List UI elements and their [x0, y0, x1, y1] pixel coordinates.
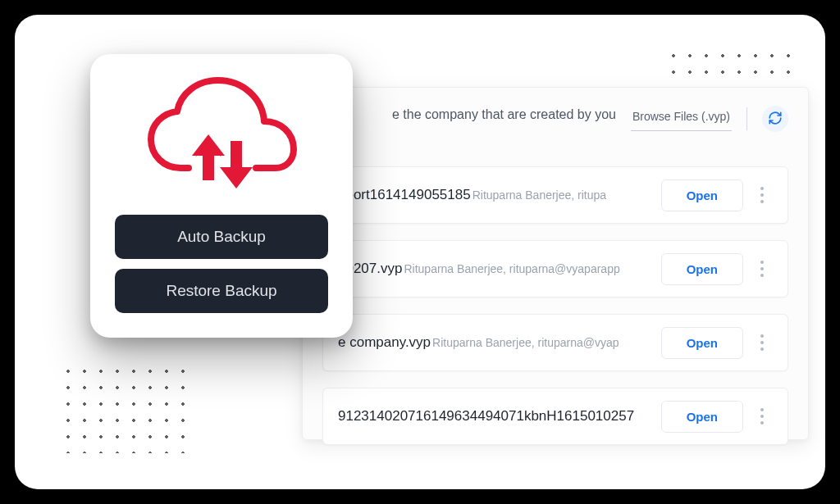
more-options-button[interactable]: [751, 179, 773, 211]
refresh-icon: [768, 111, 783, 128]
file-row: e company.vyp Rituparna Banerjee, ritupa…: [322, 314, 788, 371]
decorative-dots-bottom: [60, 363, 191, 453]
open-button[interactable]: Open: [661, 327, 743, 359]
file-meta: Rituparna Banerjee, ritupa: [472, 188, 606, 202]
file-name-text: 912314020716149634494071kbnH1615010257: [338, 408, 634, 425]
open-button[interactable]: Open: [661, 179, 743, 211]
file-meta: Rituparna Banerjee, rituparna@vyaparapp: [404, 262, 619, 275]
file-row: 912314020716149634494071kbnH1615010257 O…: [322, 388, 788, 445]
refresh-button[interactable]: [762, 106, 788, 132]
more-options-button[interactable]: [751, 252, 773, 285]
open-button[interactable]: Open: [661, 401, 743, 433]
file-name: eport1614149055185 Rituparna Banerjee, r…: [338, 187, 661, 203]
svg-rect-3: [231, 141, 242, 170]
svg-rect-1: [203, 152, 214, 180]
file-header: e the company that are created by you Br…: [322, 104, 788, 134]
file-name: 40207.vyp Rituparna Banerjee, rituparna@…: [338, 261, 661, 277]
more-options-button[interactable]: [751, 326, 773, 359]
cloud-sync-icon: [139, 74, 304, 197]
file-name: 912314020716149634494071kbnH1615010257: [338, 408, 661, 425]
file-name-text: eport1614149055185: [338, 187, 471, 203]
open-button[interactable]: Open: [661, 253, 743, 285]
more-options-button[interactable]: [751, 400, 773, 433]
browse-files-button[interactable]: Browse Files (.vyp): [631, 107, 732, 131]
restore-backup-button[interactable]: Restore Backup: [115, 269, 328, 313]
company-files-panel: e the company that are created by you Br…: [302, 87, 809, 440]
browse-files-label: Browse Files (.vyp): [632, 110, 730, 123]
file-row: 40207.vyp Rituparna Banerjee, rituparna@…: [322, 240, 788, 297]
backup-card: Auto Backup Restore Backup: [90, 54, 353, 338]
header-separator: [746, 107, 747, 130]
file-meta: Rituparna Banerjee, rituparna@vyap: [432, 336, 619, 349]
file-name: e company.vyp Rituparna Banerjee, ritupa…: [338, 334, 661, 351]
file-header-subtitle: e the company that are created by you: [322, 107, 616, 122]
file-name-text: e company.vyp: [338, 334, 431, 351]
file-row: eport1614149055185 Rituparna Banerjee, r…: [322, 166, 788, 224]
auto-backup-button[interactable]: Auto Backup: [115, 215, 328, 259]
